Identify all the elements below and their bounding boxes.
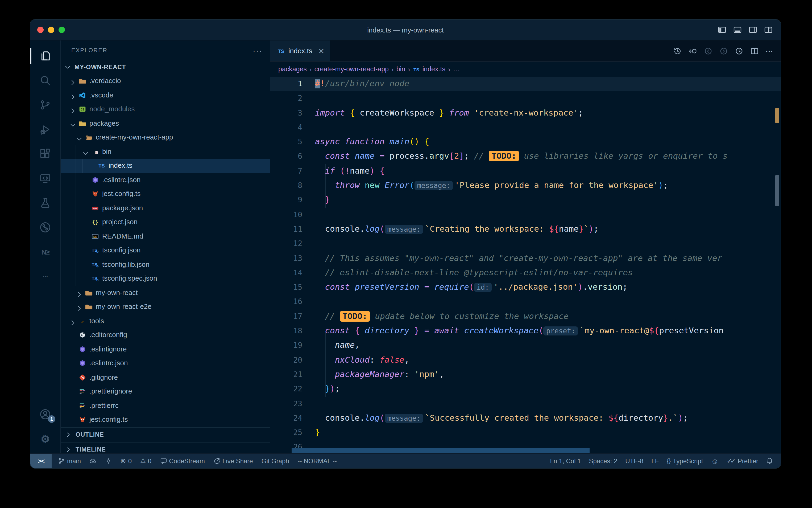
code-line-7[interactable]: 7 if (!name) { [270,164,780,179]
code-line-6[interactable]: 6 const name = process.argv[2]; // TODO:… [270,150,780,164]
status-git-branch[interactable]: main [58,457,81,465]
breadcrumb-item--[interactable]: … [453,66,460,73]
code-line-14[interactable]: 14 // eslint-disable-next-line @typescri… [270,266,780,280]
activity-item-settings[interactable]: ⚙ [30,427,60,451]
tree-item-packages[interactable]: packages [61,116,270,130]
status-live-share[interactable]: Live Share [213,457,253,465]
activity-item-search[interactable] [30,68,60,93]
status-codestream[interactable]: CodeStream [160,457,205,465]
activity-item-testing[interactable] [30,190,60,215]
tab-index-ts[interactable]: TSindex.ts✕ [270,40,331,61]
remote-indicator[interactable]: >< [30,454,52,468]
code-line-17[interactable]: 17 // TODO: update below to customize th… [270,309,780,324]
activity-item-nx-console[interactable]: N≥ [30,240,60,264]
code-line-1[interactable]: 1#!/usr/bin/env node [270,77,780,91]
tree-item-readme.md[interactable]: M↓README.md [61,229,270,243]
breadcrumb-item-bin[interactable]: bin [396,66,405,73]
local-history-icon[interactable] [673,47,682,55]
toggle-primary-sidebar-icon[interactable] [718,26,726,34]
code-line-12[interactable]: 12 [270,237,780,251]
split-editor-icon[interactable] [750,47,759,55]
status-publish-changes[interactable] [89,457,96,464]
zoom-button[interactable] [58,27,65,33]
activity-item-git-graph[interactable] [30,215,60,240]
overview-ruler[interactable] [774,77,780,453]
tree-item-index.ts[interactable]: TSindex.ts [61,159,270,173]
code-editor[interactable]: 1#!/usr/bin/env node23import { createWor… [270,77,780,453]
tree-item-.verdaccio[interactable]: .verdaccio [61,74,270,88]
code-line-18[interactable]: 18 const { directory } = await createWor… [270,324,780,338]
code-line-8[interactable]: 8 throw new Error(message:'Please provid… [270,178,780,193]
tree-item-bin[interactable]: M1.5 3.5h5l1.6 2h6.4a1 1 0 0 1 1 1v6a1 1… [61,144,270,159]
status-cursor-position[interactable]: Ln 1, Col 1 [550,457,581,465]
status-indentation[interactable]: Spaces: 2 [589,457,618,465]
code-line-5[interactable]: 5async function main() { [270,135,780,150]
code-line-22[interactable]: 22 }); [270,382,780,396]
status-prettier[interactable]: ✓✓Prettier [727,457,758,465]
tree-item-jest.config.ts[interactable]: jest.config.ts [61,187,270,201]
code-line-20[interactable]: 20 nxCloud: false, [270,353,780,368]
tree-item-my-own-react[interactable]: my-own-react [61,286,270,300]
code-line-2[interactable]: 2 [270,91,780,106]
status-language-mode[interactable]: {}TypeScript [667,457,703,465]
workspace-section-header[interactable]: MY-OWN-REACT [61,60,270,74]
panel-header-outline[interactable]: OUTLINE [61,427,270,442]
panel-header-timeline[interactable]: TIMELINE [61,442,270,457]
tree-item-tsconfig.lib.json[interactable]: TS⚙tsconfig.lib.json [61,257,270,271]
activity-item-run-debug[interactable] [30,117,60,142]
timeline-icon[interactable] [735,47,744,55]
tree-item-create-my-own-react-app[interactable]: create-my-own-react-app [61,130,270,144]
code-line-19[interactable]: 19 name, [270,338,780,353]
code-line-15[interactable]: 15 const presetVersion = require(id:'../… [270,280,780,295]
minimize-button[interactable] [48,27,54,33]
code-line-23[interactable]: 23 [270,396,780,411]
tree-item-.eslintignore[interactable]: .eslintignore [61,342,270,356]
tree-item-tsconfig.spec.json[interactable]: TS⚙tsconfig.spec.json [61,271,270,286]
code-line-11[interactable]: 11 console.log(message:`Creating the wor… [270,222,780,237]
tree-item-.editorconfig[interactable]: .editorconfig [61,328,270,342]
tree-item-my-own-react-e2e[interactable]: my-own-react-e2e [61,300,270,314]
status-git-graph[interactable]: Git Graph [261,457,289,465]
code-line-3[interactable]: 3import { createWorkspace } from 'create… [270,106,780,120]
status-vim-mode[interactable]: -- NORMAL -- [298,457,337,465]
tree-item-.eslintrc.json[interactable]: .eslintrc.json [61,356,270,370]
activity-item-more-views[interactable]: ··· [30,264,60,289]
status-commit-action[interactable] [105,457,112,464]
code-line-4[interactable]: 4 [270,120,780,135]
activity-item-source-control[interactable] [30,93,60,117]
tree-item-jest.config.ts[interactable]: jest.config.ts [61,413,270,427]
tree-item-.gitignore[interactable]: .gitignore [61,370,270,384]
tree-item-.prettierrc[interactable]: .prettierrc [61,398,270,413]
status-errors[interactable]: ⊗0 [120,457,132,465]
code-line-10[interactable]: 10 [270,207,780,222]
breadcrumb-item-index.ts[interactable]: TSindex.ts [413,66,445,73]
status-notifications[interactable] [766,457,773,464]
tree-item-.vscode[interactable]: .vscode [61,88,270,102]
tree-item-tsconfig.json[interactable]: TS⚙tsconfig.json [61,243,270,257]
toggle-secondary-sidebar-icon[interactable] [749,26,757,34]
open-changes-icon[interactable] [688,47,697,55]
tree-item-tools[interactable]: M1.5 3.5h5l1.6 2h6.4a1 1 0 0 1 1 1v6a1 1… [61,314,270,328]
tree-item-.eslintrc.json[interactable]: .eslintrc.json [61,173,270,187]
code-line-16[interactable]: 16 [270,295,780,309]
activity-item-accounts[interactable]: 1 [30,402,60,427]
explorer-actions-icon[interactable]: ··· [253,46,262,54]
breadcrumb-item-packages[interactable]: packages [278,66,307,73]
status-encoding[interactable]: UTF-8 [625,457,643,465]
activity-item-remote-explorer[interactable] [30,166,60,190]
status-feedback[interactable]: ☺ [711,457,719,465]
code-line-13[interactable]: 13 // This assumes "my-own-react" and "c… [270,251,780,266]
status-warnings[interactable]: ⚠0 [140,457,151,465]
code-line-9[interactable]: 9 } [270,193,780,208]
close-button[interactable] [37,27,44,33]
customize-layout-icon[interactable] [764,26,773,34]
tree-item-project.json[interactable]: {}project.json [61,215,270,229]
more-actions-icon[interactable]: ··· [766,47,773,55]
status-eol[interactable]: LF [651,457,659,465]
code-line-21[interactable]: 21 packageManager: 'npm', [270,368,780,382]
breadcrumb-item-create-my-own-react-app[interactable]: create-my-own-react-app [315,66,389,73]
code-line-25[interactable]: 25} [270,425,780,440]
toggle-panel-icon[interactable] [733,26,742,34]
close-icon[interactable]: ✕ [318,47,324,55]
activity-item-explorer[interactable] [30,44,60,68]
